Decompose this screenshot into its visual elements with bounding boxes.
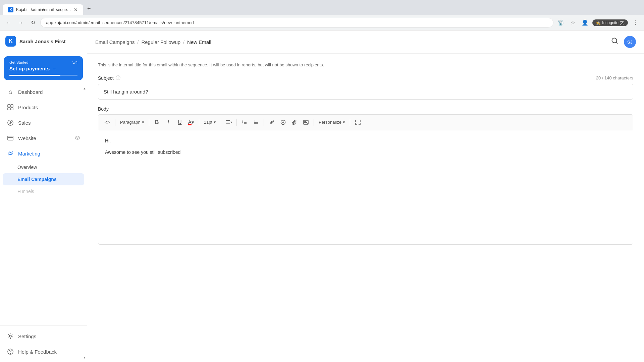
char-count: 20 / 140 characters bbox=[596, 75, 633, 80]
svg-point-9 bbox=[10, 353, 11, 354]
sidebar-sub-item-funnels[interactable]: Funnels bbox=[0, 185, 87, 197]
svg-point-6 bbox=[77, 137, 78, 138]
get-started-action: Set up payments → bbox=[9, 66, 77, 71]
personalize-chevron-icon: ▾ bbox=[343, 120, 345, 125]
cast-button[interactable]: 📡 bbox=[556, 18, 566, 27]
sidebar-bottom: Settings Help & Feedback bbox=[0, 325, 87, 362]
sidebar-logo: K bbox=[5, 36, 16, 47]
toolbar-divider-7 bbox=[314, 119, 314, 126]
browser-chrome: K Kajabi - /admin/email_sequence... ✕ + … bbox=[0, 0, 644, 31]
breadcrumb-regular-followup[interactable]: Regular Followup bbox=[141, 39, 180, 45]
font-size-select[interactable]: 11pt ▾ bbox=[202, 118, 218, 126]
sidebar-brand-name: Sarah Jonas's First bbox=[19, 39, 66, 44]
progress-bar bbox=[9, 75, 77, 76]
personalize-button[interactable]: Personalize ▾ bbox=[317, 118, 347, 126]
bold-button[interactable]: B bbox=[152, 117, 162, 127]
svg-point-19 bbox=[254, 123, 255, 124]
paragraph-select[interactable]: Paragraph ▾ bbox=[118, 118, 146, 126]
website-eye-icon bbox=[75, 135, 80, 141]
sidebar-item-label: Sales bbox=[18, 120, 31, 126]
new-tab-button[interactable]: + bbox=[83, 3, 95, 15]
help-icon bbox=[7, 348, 14, 355]
align-button[interactable]: ☰ ▾ bbox=[224, 117, 234, 127]
fullscreen-button[interactable] bbox=[353, 117, 363, 127]
address-bar[interactable]: app.kajabi.com/admin/email_sequences/214… bbox=[40, 18, 553, 27]
subject-field-row: Subject ⓘ 20 / 140 characters bbox=[98, 75, 633, 100]
sidebar-sub-item-email-campaigns[interactable]: Email Campaigns bbox=[3, 173, 84, 185]
website-icon bbox=[7, 134, 14, 142]
italic-button[interactable]: I bbox=[163, 117, 173, 127]
sidebar-item-marketing[interactable]: Marketing bbox=[0, 146, 87, 161]
sidebar-sub-item-overview[interactable]: Overview bbox=[0, 161, 87, 173]
body-line-2: Awesome to see you still subscribed bbox=[105, 148, 626, 156]
scroll-up-arrow[interactable]: ▲ bbox=[83, 87, 86, 90]
breadcrumb-email-campaigns[interactable]: Email Campaigns bbox=[95, 39, 135, 45]
marketing-icon bbox=[7, 150, 14, 157]
underline-button[interactable]: U bbox=[175, 117, 185, 127]
sidebar-item-sales[interactable]: Sales bbox=[0, 115, 87, 130]
top-bar-actions: SJ bbox=[611, 36, 636, 48]
svg-rect-1 bbox=[11, 105, 13, 107]
image-button[interactable] bbox=[301, 117, 311, 127]
tab-title: Kajabi - /admin/email_sequence... bbox=[16, 7, 71, 12]
svg-text:3: 3 bbox=[242, 122, 243, 124]
tab-bar: K Kajabi - /admin/email_sequence... ✕ + bbox=[0, 0, 644, 15]
top-bar: Email Campaigns / Regular Followup / New… bbox=[87, 31, 644, 54]
progress-fill bbox=[9, 75, 60, 76]
ordered-list-button[interactable]: 1 2 3 bbox=[239, 117, 250, 127]
reload-button[interactable]: ↻ bbox=[28, 18, 38, 27]
svg-rect-2 bbox=[8, 108, 10, 110]
tab-favicon: K bbox=[8, 7, 13, 12]
text-color-chevron-icon: ▾ bbox=[192, 119, 194, 125]
address-url: app.kajabi.com/admin/email_sequences/214… bbox=[46, 20, 548, 25]
more-button[interactable]: ⋮ bbox=[631, 18, 640, 27]
editor-body[interactable]: Hi, Awesome to see you still subscribed bbox=[98, 130, 633, 244]
search-button[interactable] bbox=[611, 37, 619, 47]
back-button[interactable]: ← bbox=[4, 18, 13, 27]
sidebar: K Sarah Jonas's First Get Started 3/4 Se… bbox=[0, 31, 87, 362]
browser-controls: ← → ↻ app.kajabi.com/admin/email_sequenc… bbox=[0, 15, 644, 31]
sidebar-item-label: Settings bbox=[18, 334, 36, 339]
editor-container: <> Paragraph ▾ B I U A ▾ bbox=[98, 114, 633, 245]
bullet-list-button[interactable] bbox=[251, 117, 261, 127]
svg-point-7 bbox=[9, 335, 11, 337]
sidebar-item-products[interactable]: Products bbox=[0, 100, 87, 115]
breadcrumb: Email Campaigns / Regular Followup / New… bbox=[95, 39, 611, 45]
scroll-down-arrow[interactable]: ▼ bbox=[83, 356, 86, 359]
sales-icon bbox=[7, 119, 14, 126]
svg-rect-3 bbox=[11, 108, 13, 110]
toolbar-divider-8 bbox=[350, 119, 350, 126]
text-color-button[interactable]: A ▾ bbox=[186, 117, 196, 127]
sidebar-item-help[interactable]: Help & Feedback bbox=[0, 344, 87, 359]
user-avatar[interactable]: SJ bbox=[624, 36, 636, 48]
sidebar-item-dashboard[interactable]: ⌂ Dashboard bbox=[0, 84, 87, 100]
sidebar-item-label: Marketing bbox=[18, 151, 40, 157]
breadcrumb-current: New Email bbox=[187, 39, 211, 45]
forward-button[interactable]: → bbox=[16, 18, 25, 27]
sidebar-item-website[interactable]: Website bbox=[0, 130, 87, 146]
get-started-card[interactable]: Get Started 3/4 Set up payments → bbox=[4, 56, 83, 80]
svg-rect-0 bbox=[8, 105, 10, 107]
insert-plus-button[interactable] bbox=[278, 117, 288, 127]
bookmark-button[interactable]: ☆ bbox=[568, 18, 578, 27]
body-field-row: Body <> Paragraph ▾ B I U bbox=[98, 106, 633, 245]
active-tab[interactable]: K Kajabi - /admin/email_sequence... ✕ bbox=[3, 4, 83, 15]
subject-info-icon[interactable]: ⓘ bbox=[116, 75, 120, 81]
subject-input[interactable] bbox=[98, 84, 633, 100]
link-button[interactable] bbox=[267, 117, 277, 127]
paragraph-chevron-icon: ▾ bbox=[142, 120, 144, 125]
sidebar-scroll: Get Started 3/4 Set up payments → ⌂ Dash… bbox=[0, 52, 87, 325]
subject-label: Subject ⓘ 20 / 140 characters bbox=[98, 75, 633, 81]
code-button[interactable]: <> bbox=[102, 117, 112, 127]
profile-button[interactable]: 👤 bbox=[580, 18, 590, 27]
attachment-button[interactable] bbox=[289, 117, 300, 127]
tab-close-button[interactable]: ✕ bbox=[74, 7, 78, 12]
browser-actions: 📡 ☆ 👤 🕵 Incognito (2) ⋮ bbox=[556, 18, 640, 27]
toolbar-divider-1 bbox=[115, 119, 115, 126]
sidebar-item-settings[interactable]: Settings bbox=[0, 328, 87, 344]
get-started-label: Get Started 3/4 bbox=[9, 60, 77, 64]
body-label: Body bbox=[98, 106, 633, 112]
editor-area: This is the internal title for this emai… bbox=[87, 54, 644, 362]
sidebar-item-label: Website bbox=[18, 135, 36, 141]
main-content: Email Campaigns / Regular Followup / New… bbox=[87, 31, 644, 362]
